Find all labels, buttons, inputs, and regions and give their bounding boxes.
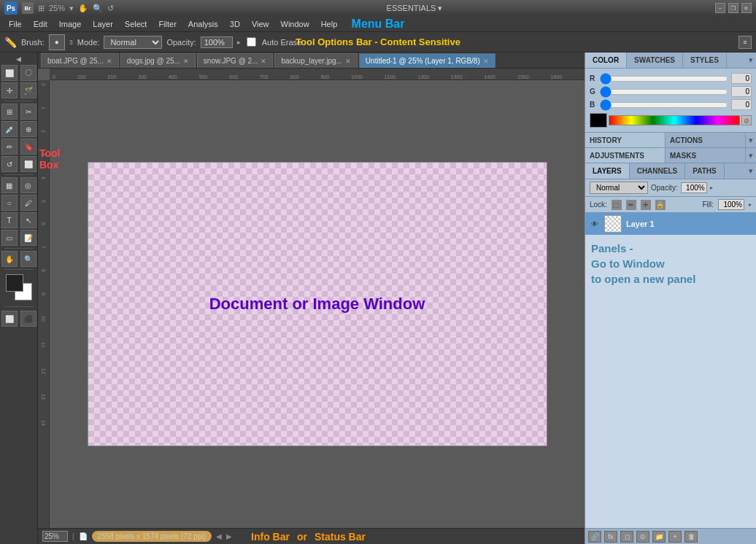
tab-actions[interactable]: ACTIONS — [666, 133, 746, 147]
tab-adjustments[interactable]: ADJUSTMENTS — [585, 148, 666, 163]
layer-visibility-icon[interactable]: 👁 — [590, 219, 600, 229]
fg-color-box[interactable] — [590, 113, 607, 128]
notes-tool[interactable]: 📝 — [20, 230, 36, 246]
status-nav-next[interactable]: ▶ — [226, 532, 232, 540]
zoom-display[interactable]: 25% — [49, 4, 65, 12]
color-spectrum[interactable] — [609, 115, 740, 125]
tab-swatches[interactable]: SWATCHES — [627, 53, 683, 68]
lock-all-icon[interactable]: 🔒 — [655, 200, 666, 210]
tab-snow-close[interactable]: ✕ — [261, 58, 266, 65]
lock-position-icon[interactable]: ✛ — [641, 200, 651, 210]
color-panel-collapse[interactable]: ▾ — [746, 53, 756, 68]
blue-value[interactable] — [731, 99, 752, 110]
status-nav-prev[interactable]: ◀ — [216, 532, 222, 540]
gradient-tool[interactable]: ▦ — [1, 177, 18, 193]
green-value[interactable] — [731, 86, 752, 97]
new-layer-button[interactable]: + — [668, 531, 682, 543]
tab-snow[interactable]: snow.JPG @ 2... ✕ — [197, 53, 274, 68]
clone-stamp-tool[interactable]: 🔖 — [20, 139, 36, 155]
rotate-tool-title[interactable]: ↺ — [107, 4, 114, 13]
slice-tool[interactable]: ✂ — [20, 104, 36, 120]
menu-filter[interactable]: Filter — [153, 18, 182, 30]
zoom-tool-title[interactable]: 🔍 — [93, 4, 103, 13]
fill-arrow-icon[interactable]: ▸ — [749, 201, 752, 208]
layer-item-1[interactable]: 👁 Layer 1 — [585, 213, 756, 235]
menu-image[interactable]: Image — [53, 18, 88, 30]
menu-help[interactable]: Help — [315, 18, 344, 30]
opacity-arrow-icon[interactable]: ▸ — [710, 184, 713, 191]
mode-dropdown[interactable]: Normal Multiply Screen — [104, 36, 162, 49]
red-slider[interactable] — [600, 76, 728, 82]
tab-backup-close[interactable]: ✕ — [345, 58, 351, 65]
color-none-icon[interactable]: ⊘ — [741, 115, 752, 125]
tab-untitled-close[interactable]: ✕ — [483, 58, 489, 65]
tab-paths[interactable]: PATHS — [685, 163, 724, 179]
tab-backup[interactable]: backup_layer.jpg... ✕ — [274, 53, 357, 68]
auto-erase-checkbox[interactable] — [247, 37, 256, 47]
tab-history[interactable]: HISTORY — [585, 133, 666, 147]
tab-layers[interactable]: LAYERS — [585, 163, 630, 179]
brush-tool[interactable]: ✏ — [1, 139, 18, 155]
new-group-button[interactable]: 📁 — [652, 531, 666, 543]
brush-preview[interactable]: ● — [49, 34, 65, 50]
fullscreen-mode[interactable]: ⬛ — [20, 311, 36, 327]
tab-dogs-close[interactable]: ✕ — [183, 58, 189, 65]
pen-tool[interactable]: 🖊 — [20, 195, 36, 211]
tab-boat[interactable]: boat.JPG @ 25... ✕ — [41, 53, 119, 68]
tab-styles[interactable]: STYLES — [683, 53, 727, 68]
menu-file[interactable]: File — [3, 18, 28, 30]
dodge-tool[interactable]: ○ — [1, 195, 18, 211]
crop-tool[interactable]: ⊞ — [1, 104, 18, 120]
green-slider[interactable] — [600, 89, 728, 95]
eraser-tool[interactable]: ⬜ — [20, 156, 36, 172]
tab-untitled[interactable]: Untitled-1 @ 25% (Layer 1, RGB/8) ✕ — [359, 53, 495, 68]
menu-3d[interactable]: 3D — [224, 18, 246, 30]
layer-effects-button[interactable]: fx — [604, 531, 617, 543]
new-adjustment-button[interactable]: ⊙ — [636, 531, 649, 543]
tab-masks[interactable]: MASKS — [666, 148, 746, 163]
lasso-tool[interactable]: 〇 — [20, 65, 36, 81]
menu-window[interactable]: Window — [275, 18, 315, 30]
path-select-tool[interactable]: ↖ — [20, 212, 36, 228]
blue-slider[interactable] — [600, 102, 728, 108]
layers-panel-collapse[interactable]: ▾ — [746, 163, 756, 179]
shape-tool[interactable]: ▭ — [1, 230, 18, 246]
restore-button[interactable]: ❐ — [728, 3, 738, 13]
zoom-input[interactable] — [42, 531, 68, 542]
red-value[interactable] — [731, 73, 752, 84]
lock-image-icon[interactable]: ✏ — [626, 200, 636, 210]
move-tool[interactable]: ✛ — [1, 82, 18, 98]
opacity-value-layers[interactable] — [681, 182, 707, 193]
document-canvas[interactable]: Document or Image Window — [88, 162, 547, 446]
menu-select[interactable]: Select — [119, 18, 153, 30]
canvas-viewport[interactable]: Document or Image Window — [50, 80, 585, 528]
essentials-label[interactable]: ESSENTIALS ▾ — [387, 4, 443, 12]
marquee-tool[interactable]: ⬜ — [1, 65, 18, 81]
close-button[interactable]: ✕ — [741, 3, 752, 13]
delete-layer-button[interactable]: 🗑 — [684, 531, 698, 543]
toolbox-collapse[interactable]: ◀ — [16, 55, 21, 63]
history-panel-collapse[interactable]: ▾ — [746, 133, 756, 147]
tab-boat-close[interactable]: ✕ — [107, 58, 112, 65]
tool-options-menu-icon[interactable]: ≡ — [738, 36, 752, 49]
text-tool[interactable]: T — [1, 212, 18, 228]
zoom-stepper[interactable]: ▾ — [69, 4, 74, 13]
standard-screen-mode[interactable]: ⬜ — [1, 311, 18, 327]
minimize-button[interactable]: − — [715, 3, 725, 13]
opacity-input[interactable] — [201, 36, 233, 48]
blur-tool[interactable]: ◎ — [20, 177, 36, 193]
foreground-color-swatch[interactable] — [6, 274, 23, 292]
lock-transparent-icon[interactable]: ⬚ — [612, 200, 622, 210]
history-brush-tool[interactable]: ↺ — [1, 156, 18, 172]
eyedropper-tool[interactable]: 💉 — [1, 121, 18, 137]
hand-tool-title[interactable]: ✋ — [78, 4, 88, 13]
fill-value[interactable] — [718, 199, 744, 210]
tab-color[interactable]: COLOR — [585, 53, 627, 68]
menu-view[interactable]: View — [246, 18, 275, 30]
magic-wand-tool[interactable]: 🪄 — [20, 82, 36, 98]
menu-edit[interactable]: Edit — [28, 18, 53, 30]
spot-heal-tool[interactable]: ⊕ — [20, 121, 36, 137]
blend-mode-dropdown[interactable]: Normal Multiply Screen — [590, 182, 648, 194]
opacity-arrow[interactable]: ▸ — [237, 39, 241, 46]
hand-tool[interactable]: ✋ — [1, 251, 18, 267]
